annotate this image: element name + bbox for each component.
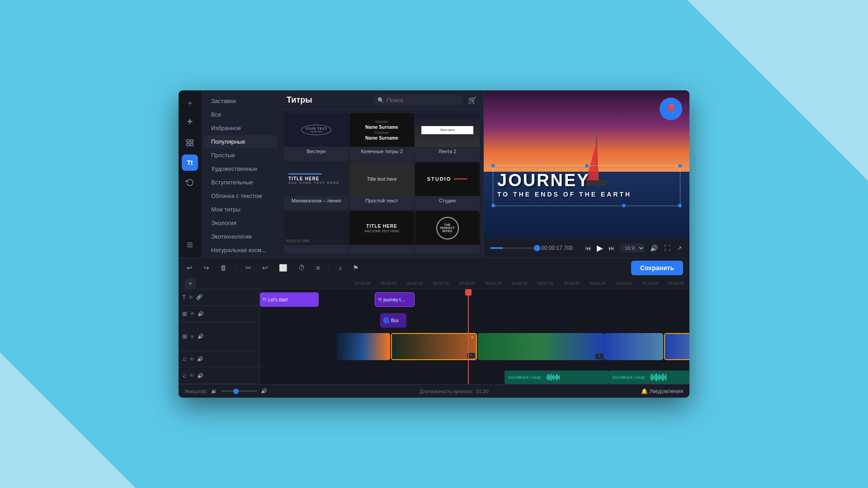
- video-clip-1[interactable]: [337, 333, 390, 360]
- category-item-ecotech[interactable]: Экотехнологии: [204, 230, 278, 243]
- main-video-track-row: ★ ⧖ ⧖ ★ ⧖: [260, 331, 689, 367]
- track-label-main-video: ⊞ 👁 🔊: [179, 322, 259, 351]
- handle-tr[interactable]: [678, 164, 682, 168]
- clip-effect[interactable]: 🌀 Воз: [380, 313, 406, 328]
- crop-button[interactable]: ⬜: [277, 262, 289, 274]
- card-label-western: Вестерн: [284, 147, 349, 156]
- ruler-25: 00:00:25: [480, 281, 506, 286]
- visibility-title[interactable]: 👁: [189, 295, 193, 300]
- speed-button[interactable]: ⏱: [297, 262, 307, 273]
- audio-audio-main[interactable]: 🔊: [197, 373, 203, 379]
- card-label-simple: Простой текст: [349, 196, 414, 205]
- mark-button[interactable]: ⚑: [351, 262, 360, 274]
- split2-button[interactable]: ≡: [314, 262, 322, 273]
- category-item-artistic[interactable]: Художественные: [204, 162, 278, 175]
- video-clip-2[interactable]: ★ ⧖: [391, 333, 477, 360]
- audio-soundtrack[interactable]: 🔊: [197, 356, 203, 362]
- visibility-audio-main[interactable]: 👁: [189, 373, 194, 378]
- export-button[interactable]: ↗: [676, 244, 683, 253]
- preview-panel: JOURNEY TO THE ENDS OF THE EARTH: [484, 90, 689, 258]
- redo-button[interactable]: ↪: [202, 262, 211, 274]
- handle-tl[interactable]: [491, 164, 495, 168]
- add-track-button[interactable]: +: [185, 278, 196, 289]
- app-main: ＋ Tt: [179, 90, 689, 258]
- progress-thumb[interactable]: [534, 245, 540, 251]
- skip-forward-button[interactable]: ⏭: [608, 244, 616, 253]
- soundtrack-clip-1[interactable]: Soundtrack / wrap: [505, 371, 609, 384]
- category-item-all[interactable]: Все: [204, 108, 278, 121]
- category-item-natural1[interactable]: Натуральная косм...: [204, 244, 278, 257]
- play-button[interactable]: ▶: [596, 242, 604, 254]
- scale-plus[interactable]: 🔊: [261, 388, 267, 394]
- title-card-tape2[interactable]: Text here Лента 2: [415, 113, 480, 161]
- timeline-section: ↩ ↪ 🗑 ✂ ↩ ⬜ ⏱ ≡ ♪ ⚑ Сохранить + 00:00:00…: [179, 258, 689, 398]
- watermark-button[interactable]: 🎈: [660, 98, 682, 120]
- save-button[interactable]: Сохранить: [631, 261, 683, 275]
- title-card-minimalism[interactable]: TITLE HERE ANd SOME TEXT HERE Минимализм…: [284, 162, 349, 211]
- title-card-simple[interactable]: Title text here Простой текст: [349, 162, 414, 211]
- visibility-video[interactable]: 👁: [190, 334, 195, 339]
- title-card-titleline3[interactable]: TITLE HERE ANd SOME TEXT HERE: [349, 211, 414, 254]
- sidebar-magic-btn[interactable]: [182, 115, 198, 131]
- title-card-circlelogo[interactable]: THEPERFECTINTRO: [415, 211, 480, 254]
- category-item-popular[interactable]: Популярные: [204, 135, 278, 148]
- handle-bc[interactable]: [622, 204, 626, 207]
- clip-journey[interactable]: Tt journey t...: [375, 292, 415, 307]
- sidebar-history-btn[interactable]: [182, 174, 198, 191]
- ruler-35: 00:00:35: [533, 281, 559, 286]
- status-right: 🔔 Уведомления: [641, 388, 683, 394]
- category-item-bubble[interactable]: Облачка с текстом: [204, 189, 278, 202]
- split-button[interactable]: ↩: [260, 262, 270, 274]
- link-title[interactable]: 🔗: [196, 294, 203, 300]
- category-item-intro[interactable]: Вступительные: [204, 176, 278, 189]
- fullscreen-button[interactable]: ⛶: [663, 244, 671, 253]
- audio-overlay[interactable]: 🔊: [198, 311, 204, 317]
- separator-2: [329, 263, 330, 272]
- playhead-handle[interactable]: [465, 289, 472, 296]
- progress-track[interactable]: [490, 247, 537, 249]
- video-clip-4[interactable]: [604, 333, 663, 360]
- title-track-icon: T: [182, 294, 186, 300]
- sidebar-add-btn[interactable]: ＋: [182, 95, 198, 111]
- title-card-credits2[interactable]: Director Name Surname Producer Name Surn…: [349, 113, 414, 161]
- cut-button[interactable]: ✂: [244, 262, 253, 274]
- cart-icon[interactable]: 🛒: [468, 96, 477, 104]
- video-clip-5[interactable]: ★ ⧖: [664, 333, 689, 360]
- audio-video[interactable]: 🔊: [198, 333, 204, 339]
- card-label-titleline3: [349, 245, 414, 249]
- scale-slider[interactable]: [221, 390, 257, 392]
- volume-button[interactable]: 🔊: [649, 244, 659, 253]
- visibility-overlay[interactable]: 👁: [190, 311, 195, 316]
- title-card-blank-timer[interactable]: 00:00:02:986: [284, 211, 349, 254]
- delete-button[interactable]: 🗑: [218, 262, 229, 273]
- clip-lets-start[interactable]: Tt Let's start: [260, 292, 319, 307]
- handle-bl[interactable]: [491, 204, 495, 207]
- handle-br[interactable]: [678, 204, 682, 207]
- category-item-favorites[interactable]: Избранное: [204, 122, 278, 135]
- soundtrack-clip-2[interactable]: Soundtrack / wrap: [609, 371, 689, 384]
- video-clip-3[interactable]: ⧖: [478, 333, 604, 360]
- visibility-soundtrack[interactable]: 👁: [189, 357, 194, 362]
- ruler-30: 00:00:30: [506, 281, 533, 286]
- category-item-simple[interactable]: Простые: [204, 149, 278, 162]
- category-item-zastavljki[interactable]: Заставки: [204, 94, 278, 108]
- sidebar-text-btn[interactable]: Tt: [182, 155, 198, 171]
- category-item-ecology[interactable]: Экология: [204, 216, 278, 230]
- title-card-western[interactable]: YOUR TEXT subtitle here Вестерн: [284, 113, 349, 161]
- category-item-my[interactable]: Мои титры: [204, 203, 278, 216]
- sidebar-tools-btn[interactable]: [182, 237, 198, 253]
- scale-minus[interactable]: 🔉: [211, 388, 217, 394]
- sidebar-media-btn[interactable]: [182, 135, 198, 151]
- handle-tc[interactable]: [585, 164, 589, 168]
- audio-detach-button[interactable]: ♪: [337, 262, 344, 273]
- timeline-left-panel: T 👁 🔗 ⊞ 👁 🔊 ⊞ 👁 🔊 ♫: [179, 289, 260, 384]
- skip-back-button[interactable]: ⏮: [584, 244, 592, 253]
- card-label-circlelogo: [415, 245, 480, 249]
- search-input[interactable]: [387, 97, 460, 103]
- notifications-button[interactable]: 🔔 Уведомления: [641, 388, 683, 394]
- title-card-studio[interactable]: STUDIO Студия: [415, 162, 480, 211]
- video-track-icon: ⊞: [182, 333, 187, 340]
- playhead[interactable]: [468, 289, 469, 384]
- aspect-ratio-select[interactable]: 16:9: [620, 244, 645, 253]
- undo-button[interactable]: ↩: [185, 262, 194, 274]
